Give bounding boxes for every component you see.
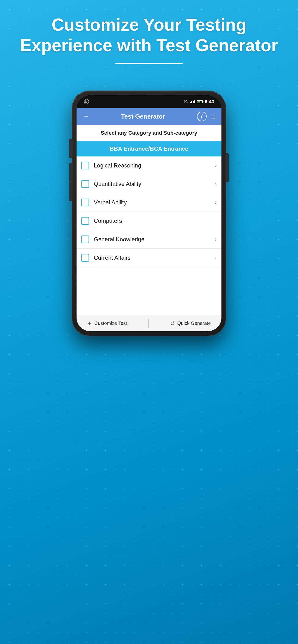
- category-item-current-affairs[interactable]: Current Affairs ›: [77, 249, 221, 267]
- customize-test-label: Customize Test: [94, 320, 127, 326]
- label-logical-reasoning: Logical Reasoning: [94, 162, 215, 169]
- chevron-quantitative-ability: ›: [215, 181, 217, 187]
- checkbox-verbal-ability[interactable]: [81, 198, 89, 206]
- location-icon: [84, 99, 89, 104]
- status-time: 6:43: [205, 99, 214, 104]
- checkbox-computers[interactable]: [81, 217, 89, 225]
- chevron-current-affairs: ›: [215, 255, 217, 261]
- home-button[interactable]: ⌂: [211, 112, 216, 120]
- notch-area: [130, 98, 168, 105]
- quick-generate-label: Quick Generate: [177, 320, 211, 326]
- category-item-computers[interactable]: Computers: [77, 212, 221, 230]
- hero-title: Customize Your Testing Experience with T…: [19, 14, 279, 56]
- phone-mockup: 4G 6:43 ← Test Generator: [72, 91, 226, 336]
- checkbox-current-affairs[interactable]: [81, 254, 89, 262]
- quick-generate-button[interactable]: ↺ Quick Generate: [170, 320, 211, 327]
- label-general-knowledge: General Knowledge: [94, 236, 215, 243]
- category-item-verbal-ability[interactable]: Verbal Ability ›: [77, 193, 221, 212]
- customize-test-icon: ✦: [87, 320, 92, 327]
- app-title: Test Generator: [121, 113, 165, 120]
- empty-content-area: [77, 267, 221, 315]
- info-button[interactable]: i: [197, 112, 207, 121]
- back-button[interactable]: ←: [82, 112, 89, 120]
- status-left: [84, 99, 89, 104]
- battery-fill: [198, 101, 200, 102]
- category-item-logical-reasoning[interactable]: Logical Reasoning ›: [77, 156, 221, 175]
- checkbox-general-knowledge[interactable]: [81, 236, 89, 243]
- label-quantitative-ability: Quantitative Ability: [94, 181, 215, 187]
- checkbox-quantitative-ability[interactable]: [81, 180, 89, 188]
- customize-test-button[interactable]: ✦ Customize Test: [87, 320, 127, 327]
- label-computers: Computers: [94, 218, 217, 224]
- category-header: BBA Entrance/BCA Entrance: [77, 141, 221, 156]
- bottom-divider: [148, 319, 149, 328]
- quick-generate-icon: ↺: [170, 320, 175, 327]
- chevron-logical-reasoning: ›: [215, 162, 217, 169]
- notch: [130, 98, 168, 105]
- chevron-verbal-ability: ›: [215, 199, 217, 206]
- phone-screen: 4G 6:43 ← Test Generator: [77, 95, 221, 331]
- category-list: Logical Reasoning › Quantitative Ability…: [77, 156, 221, 267]
- app-header: ← Test Generator i ⌂: [77, 108, 221, 125]
- checkbox-logical-reasoning[interactable]: [81, 162, 89, 170]
- bottom-bar: ✦ Customize Test ↺ Quick Generate: [77, 315, 221, 331]
- select-category-label: Select any Category and Sub-category: [77, 125, 221, 141]
- category-item-general-knowledge[interactable]: General Knowledge ›: [77, 230, 221, 249]
- hero-divider: [115, 63, 183, 64]
- phone-outer: 4G 6:43 ← Test Generator: [72, 91, 226, 336]
- status-right: 4G 6:43: [183, 99, 214, 104]
- hero-section: Customize Your Testing Experience with T…: [0, 14, 298, 64]
- signal-bars: [190, 100, 195, 103]
- header-icons: i ⌂: [197, 112, 216, 121]
- status-bar: 4G 6:43: [77, 95, 221, 108]
- label-verbal-ability: Verbal Ability: [94, 199, 215, 206]
- label-current-affairs: Current Affairs: [94, 254, 215, 261]
- chevron-general-knowledge: ›: [215, 236, 217, 242]
- network-indicator: 4G: [183, 100, 188, 104]
- category-item-quantitative-ability[interactable]: Quantitative Ability ›: [77, 175, 221, 193]
- battery-icon: [197, 100, 203, 103]
